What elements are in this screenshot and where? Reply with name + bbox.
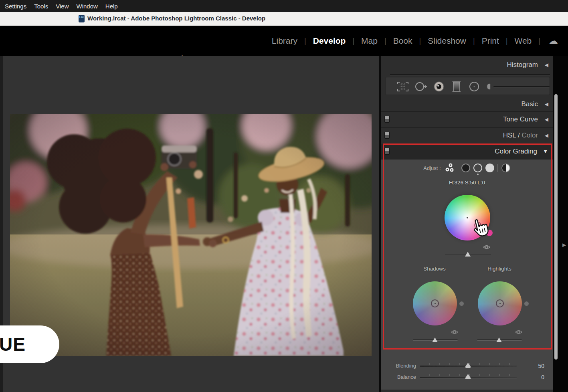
highlights-label: Highlights (475, 266, 524, 272)
module-picker: Library | Develop | Map | Book | Slidesh… (265, 26, 558, 56)
basic-label: Basic (521, 100, 538, 108)
balance-row: Balance 0 (381, 373, 553, 381)
balance-label: Balance (381, 374, 416, 380)
tone-curve-label: Tone Curve (503, 115, 538, 123)
menu-help[interactable]: Help (105, 3, 118, 10)
brush-size-slider[interactable] (493, 86, 550, 87)
module-slideshow[interactable]: Slideshow (421, 36, 473, 46)
module-develop[interactable]: Develop (306, 36, 353, 46)
panel-enable-toggle[interactable] (384, 148, 390, 155)
wheel-center-dot (467, 217, 468, 218)
midtones-luminance-slider[interactable] (445, 251, 491, 257)
preview-eye-icon[interactable] (451, 329, 458, 335)
photo-two-women-in-park[interactable] (10, 114, 372, 356)
collapse-arrow-icon[interactable]: ◀ (545, 133, 548, 138)
highlights-hue-dot[interactable] (524, 301, 529, 306)
collapse-arrow-icon[interactable]: ◀ (545, 117, 548, 122)
shadows-label: Shadows (410, 266, 459, 272)
color-grading-content (381, 160, 553, 390)
graduated-filter-icon[interactable] (449, 77, 465, 95)
wheel-center-marker[interactable] (496, 299, 504, 307)
window-title: Working.lrcat - Adobe Photoshop Lightroo… (87, 15, 265, 22)
panel-enable-toggle[interactable] (384, 116, 390, 123)
collapse-arrow-icon[interactable]: ◀ (545, 62, 548, 68)
panel-divider (381, 127, 553, 128)
hsl-label-primary: HSL / (503, 131, 520, 139)
expand-arrow-icon[interactable]: ▼ (543, 148, 548, 154)
right-panel-reveal-icon[interactable]: ▶ (562, 242, 566, 248)
panel-enable-toggle[interactable] (384, 132, 390, 139)
main-area: UE Histogram ◀ (0, 56, 568, 392)
wheel-center-marker[interactable] (431, 299, 439, 307)
lightroom-window: Settings Tools View Window Help Lrc Work… (0, 0, 568, 392)
module-book[interactable]: Book (386, 36, 419, 46)
radial-filter-icon[interactable] (466, 77, 482, 95)
menu-bar: Settings Tools View Window Help (0, 0, 568, 12)
module-band: ▲ Library | Develop | Map | Book | Slide… (0, 26, 568, 56)
hsl-color-panel-header[interactable]: HSL / Color ◀ (381, 129, 553, 142)
color-grading-panel-header[interactable]: Color Grading ▼ (381, 144, 553, 160)
shadows-view-icon[interactable] (461, 164, 470, 172)
blending-value[interactable]: 50 (538, 363, 544, 369)
blending-label: Blending (381, 363, 416, 369)
histogram-panel-header[interactable]: Histogram ◀ (381, 58, 553, 72)
adjust-row: Adjust : (381, 161, 553, 175)
panel-scrollbar[interactable] (554, 94, 558, 360)
balance-value[interactable]: 0 (541, 374, 544, 380)
menu-settings[interactable]: Settings (5, 3, 26, 10)
panel-divider (381, 111, 553, 112)
develop-right-panel: Histogram ◀ (381, 56, 553, 392)
collapse-arrow-icon[interactable]: ◀ (545, 101, 548, 107)
spot-removal-icon[interactable] (413, 77, 429, 95)
photo-canvas: UE (0, 56, 379, 392)
shadows-hue-dot[interactable] (459, 301, 464, 306)
blending-row: Blending 50 (381, 362, 553, 370)
histogram-collapsed-strip (390, 74, 550, 75)
highlights-view-icon[interactable] (485, 164, 494, 172)
hsl-color-label: HSL / Color (503, 131, 538, 139)
adjust-separator (497, 164, 498, 172)
menu-tools[interactable]: Tools (34, 3, 48, 10)
module-web[interactable]: Web (508, 36, 539, 46)
histogram-label: Histogram (507, 61, 538, 69)
preview-eye-icon[interactable] (483, 244, 490, 250)
global-view-icon[interactable] (501, 163, 511, 173)
caption-text: UE (0, 333, 26, 355)
menu-window[interactable]: Window (76, 3, 97, 10)
three-way-view-icon[interactable] (444, 163, 455, 173)
cloud-sync-icon[interactable]: ☁ (540, 35, 558, 46)
menu-view[interactable]: View (56, 3, 69, 10)
adjust-separator (458, 164, 458, 172)
module-library[interactable]: Library (265, 36, 304, 46)
crop-overlay-icon[interactable] (395, 77, 411, 95)
shadows-luminance-slider[interactable] (413, 337, 458, 343)
tool-strip (386, 77, 550, 95)
basic-panel-header[interactable]: Basic ◀ (381, 97, 553, 111)
midtones-view-icon[interactable] (473, 164, 482, 172)
module-print[interactable]: Print (475, 36, 506, 46)
panel-scroll-gutter: ▶ (553, 56, 568, 392)
hsl-label-secondary[interactable]: Color (522, 131, 538, 139)
tone-curve-panel-header[interactable]: Tone Curve ◀ (381, 113, 553, 126)
hsl-readout: H:326 S:50 L:0 (381, 180, 553, 186)
color-grading-label: Color Grading (495, 148, 537, 156)
lightroom-classic-app-icon: Lrc (79, 15, 85, 22)
red-eye-icon[interactable] (431, 77, 447, 95)
video-caption-pill: UE (0, 325, 59, 363)
preview-eye-icon[interactable] (515, 329, 522, 335)
highlights-luminance-slider[interactable] (477, 337, 522, 343)
module-map[interactable]: Map (354, 36, 384, 46)
adjust-label: Adjust : (423, 165, 441, 171)
title-bar: Lrc Working.lrcat - Adobe Photoshop Ligh… (0, 12, 568, 26)
